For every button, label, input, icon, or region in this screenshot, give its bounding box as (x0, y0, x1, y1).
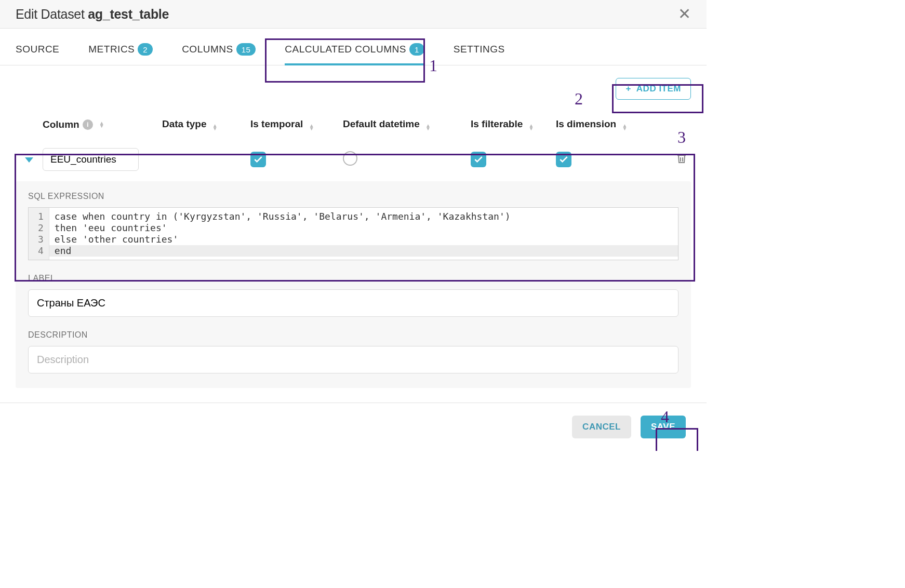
tab-calc-badge: 1 (409, 43, 424, 56)
sort-icon: ▲▼ (425, 124, 431, 130)
cancel-button[interactable]: CANCEL (572, 416, 631, 438)
tab-metrics-label: METRICS (88, 44, 135, 55)
tab-metrics[interactable]: METRICS 2 (88, 29, 153, 65)
code-line: then 'eeu countries' (55, 222, 673, 234)
th-temporal[interactable]: Is temporal ▲▼ (250, 118, 343, 130)
close-icon[interactable]: ✕ (678, 6, 691, 22)
code-line: case when country in ('Kyrgyzstan', 'Rus… (55, 211, 673, 222)
plus-icon: + (625, 84, 631, 94)
check-icon (558, 154, 569, 165)
tab-source-label: SOURCE (16, 44, 59, 55)
tabs: SOURCE METRICS 2 COLUMNS 15 CALCULATED C… (0, 29, 707, 65)
th-defaultdt-label: Default datetime (343, 118, 420, 129)
sort-icon: ▲▼ (99, 122, 104, 128)
th-column-label: Column (43, 119, 79, 130)
is-dimension-checkbox[interactable] (556, 152, 571, 167)
sql-label: SQL EXPRESSION (28, 192, 678, 201)
modal-header: Edit Dataset ag_test_table ✕ (0, 0, 707, 29)
th-filterable-label: Is filterable (471, 118, 523, 129)
row-detail-panel: SQL EXPRESSION 1234 case when country in… (16, 181, 691, 388)
th-filterable[interactable]: Is filterable ▲▼ (471, 118, 556, 130)
info-icon: i (83, 119, 93, 130)
sql-editor[interactable]: 1234 case when country in ('Kyrgyzstan',… (28, 207, 678, 260)
th-datatype[interactable]: Data type ▲▼ (162, 118, 250, 130)
table-headers: Column i ▲▼ Data type ▲▼ Is temporal ▲▼ … (16, 114, 691, 140)
add-item-button[interactable]: + ADD ITEM (616, 78, 691, 100)
column-name-input[interactable] (43, 148, 139, 171)
th-temporal-label: Is temporal (250, 118, 303, 129)
tab-columns-badge: 15 (236, 43, 256, 56)
tab-source[interactable]: SOURCE (16, 29, 59, 64)
dataset-name: ag_test_table (88, 7, 169, 21)
code-line: else 'other countries' (55, 234, 673, 245)
code-line: end (55, 245, 673, 257)
th-column[interactable]: Column i ▲▼ (43, 119, 162, 130)
tab-settings-label: SETTINGS (454, 44, 505, 55)
modal-title: Edit Dataset ag_test_table (16, 7, 169, 22)
tab-settings[interactable]: SETTINGS (454, 29, 505, 64)
sort-icon: ▲▼ (529, 124, 534, 130)
tab-calc-label: CALCULATED COLUMNS (285, 44, 406, 55)
table-row (16, 140, 691, 179)
editor-gutter: 1234 (29, 208, 49, 260)
th-dimension[interactable]: Is dimension ▲▼ (556, 118, 657, 130)
is-temporal-checkbox[interactable] (250, 152, 266, 167)
description-input[interactable] (28, 346, 678, 373)
check-icon (253, 154, 263, 165)
trash-icon[interactable] (675, 157, 688, 167)
sort-icon: ▲▼ (309, 124, 314, 130)
title-prefix: Edit Dataset (16, 7, 88, 21)
label-input[interactable] (28, 289, 678, 317)
modal-footer: CANCEL SAVE (0, 403, 707, 451)
editor-body[interactable]: case when country in ('Kyrgyzstan', 'Rus… (49, 208, 678, 260)
label-field-label: LABEL (28, 274, 678, 283)
th-datatype-label: Data type (162, 118, 207, 129)
expand-caret-icon[interactable] (25, 157, 33, 163)
save-button[interactable]: SAVE (641, 416, 686, 438)
tab-calculated-columns[interactable]: CALCULATED COLUMNS 1 (285, 29, 424, 65)
is-filterable-checkbox[interactable] (471, 152, 486, 167)
th-defaultdt[interactable]: Default datetime ▲▼ (343, 118, 471, 130)
tab-columns[interactable]: COLUMNS 15 (182, 29, 256, 65)
check-icon (473, 154, 484, 165)
tab-columns-label: COLUMNS (182, 44, 233, 55)
sort-icon: ▲▼ (212, 124, 218, 130)
add-item-label: ADD ITEM (636, 84, 681, 94)
default-datetime-radio[interactable] (343, 151, 357, 166)
th-dimension-label: Is dimension (556, 118, 616, 129)
sort-icon: ▲▼ (622, 124, 627, 130)
description-field-label: DESCRIPTION (28, 330, 678, 340)
tab-metrics-badge: 2 (138, 43, 153, 56)
